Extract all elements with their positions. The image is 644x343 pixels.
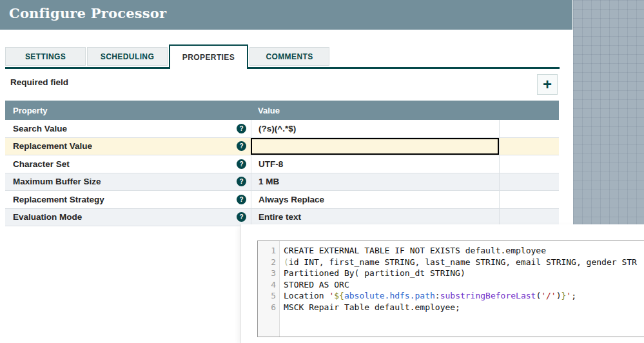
property-rows: Search Value?(?s)(^.*$)Replacement Value… [5, 120, 559, 226]
property-extra-cell [499, 209, 559, 226]
tab-scheduling[interactable]: SCHEDULING [87, 47, 168, 66]
line-number: 6 [258, 302, 276, 313]
property-extra-cell [499, 191, 559, 208]
property-name: Replacement Strategy [13, 195, 104, 204]
property-value-cell[interactable]: 1 MB [251, 173, 499, 191]
value-editor-popup: 123456 CREATE EXTERNAL TABLE IF NOT EXIS… [240, 224, 644, 343]
property-row[interactable]: Search Value?(?s)(^.*$) [5, 120, 559, 138]
tab-comments[interactable]: COMMENTS [249, 47, 329, 66]
column-header-property: Property [5, 106, 251, 115]
tab-properties[interactable]: PROPERTIES [169, 44, 248, 69]
add-property-button[interactable]: + [537, 74, 558, 95]
line-number: 4 [258, 279, 276, 291]
property-name-cell: Maximum Buffer Size? [5, 173, 251, 191]
property-name: Search Value [13, 124, 67, 133]
question-mark-icon[interactable]: ? [237, 159, 246, 169]
property-row[interactable]: Replacement Strategy?Always Replace [5, 191, 559, 209]
property-extra-cell [499, 120, 559, 137]
property-name: Evaluation Mode [13, 212, 82, 222]
code-line: STORED AS ORC [284, 279, 644, 291]
property-row[interactable]: Character Set?UTF-8 [5, 155, 559, 173]
code-line: Partitioned By( partition_dt STRING) [284, 268, 644, 279]
property-name-cell: Search Value? [5, 120, 251, 137]
property-extra-cell [499, 173, 559, 191]
property-value-cell[interactable]: Entire text [251, 209, 499, 226]
table-header: Property Value [5, 101, 559, 120]
line-number: 2 [258, 257, 276, 268]
tab-label: COMMENTS [266, 52, 313, 61]
property-row[interactable]: Evaluation Mode?Entire text [5, 209, 559, 227]
property-name: Character Set [13, 159, 70, 169]
tab-underline [5, 67, 560, 69]
property-value-cell-editing[interactable] [251, 138, 499, 155]
plus-icon: + [543, 77, 552, 92]
question-mark-icon[interactable]: ? [237, 141, 246, 151]
property-value-cell[interactable]: (?s)(^.*$) [251, 120, 499, 137]
property-row[interactable]: Maximum Buffer Size?1 MB [5, 173, 559, 191]
property-value-cell[interactable]: Always Replace [251, 191, 499, 208]
column-header-value: Value [251, 106, 499, 115]
property-name-cell: Evaluation Mode? [5, 209, 251, 226]
tab-bar: SETTINGS SCHEDULING PROPERTIES COMMENTS [5, 44, 560, 69]
property-name-cell: Character Set? [5, 155, 251, 173]
required-field-label: Required field [10, 77, 68, 87]
question-mark-icon[interactable]: ? [237, 212, 246, 222]
code-line: Location '${absolute.hdfs.path:substring… [284, 290, 644, 302]
code-line: (id INT, first_name STRING, last_name ST… [284, 257, 644, 268]
line-number: 1 [258, 245, 276, 257]
tab-label: PROPERTIES [182, 53, 235, 62]
property-extra-cell [499, 138, 559, 155]
code-line: MSCK Repair Table default.employee; [284, 302, 644, 313]
tab-settings[interactable]: SETTINGS [5, 47, 86, 66]
tab-label: SETTINGS [25, 52, 66, 61]
dialog-title: Configure Processor [9, 5, 166, 21]
property-extra-cell [499, 155, 559, 173]
question-mark-icon[interactable]: ? [237, 195, 246, 204]
code-editor[interactable]: 123456 CREATE EXTERNAL TABLE IF NOT EXIS… [257, 240, 644, 337]
question-mark-icon[interactable]: ? [237, 124, 246, 133]
nifi-canvas-grid[interactable] [573, 0, 644, 225]
property-name: Maximum Buffer Size [13, 177, 101, 186]
code-area[interactable]: CREATE EXTERNAL TABLE IF NOT EXISTS defa… [280, 241, 644, 337]
property-name-cell: Replacement Strategy? [5, 191, 251, 208]
line-number: 3 [258, 268, 276, 279]
dialog-title-bar: Configure Processor [0, 0, 572, 30]
tab-label: SCHEDULING [101, 52, 154, 61]
properties-table: Property Value Search Value?(?s)(^.*$)Re… [5, 101, 559, 226]
property-name: Replacement Value [13, 141, 92, 151]
property-value-cell[interactable]: UTF-8 [251, 155, 499, 173]
line-number-gutter: 123456 [258, 241, 280, 337]
line-number: 5 [258, 290, 276, 302]
code-line: CREATE EXTERNAL TABLE IF NOT EXISTS defa… [284, 245, 644, 257]
property-row[interactable]: Replacement Value? [5, 138, 559, 156]
property-name-cell: Replacement Value? [5, 138, 251, 155]
question-mark-icon[interactable]: ? [237, 177, 246, 186]
